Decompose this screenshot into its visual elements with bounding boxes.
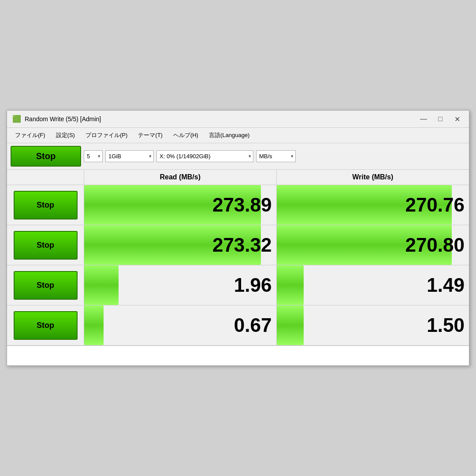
read-cell-3: 1.96 xyxy=(84,265,277,305)
maximize-button[interactable]: □ xyxy=(434,114,447,124)
menu-settings[interactable]: 設定(S) xyxy=(52,130,79,141)
read-value-4: 0.67 xyxy=(89,314,272,336)
unit-select-wrapper: MB/s GB/s xyxy=(256,150,296,162)
read-cell-1: 273.89 xyxy=(84,185,277,225)
stop-button-3[interactable]: Stop xyxy=(14,271,78,300)
table-header: Read (MB/s) Write (MB/s) xyxy=(7,170,469,185)
table-row: Stop 1.96 1.49 xyxy=(7,265,469,305)
minimize-button[interactable]: — xyxy=(417,114,430,124)
drive-select[interactable]: X: 0% (1/14902GiB) xyxy=(156,150,253,162)
count-select[interactable]: 5 1 3 10 xyxy=(84,150,103,162)
menu-profile[interactable]: プロファイル(P) xyxy=(81,130,132,141)
close-button[interactable]: ✕ xyxy=(450,114,464,124)
results-table: Read (MB/s) Write (MB/s) Stop 273.89 270… xyxy=(7,170,469,365)
write-value-4: 1.50 xyxy=(281,314,465,336)
read-cell-4: 0.67 xyxy=(84,305,277,345)
window-title: Random Write (5/5) [Admin] xyxy=(25,115,413,123)
count-select-wrapper: 5 1 3 10 xyxy=(84,150,103,162)
stop-button-1[interactable]: Stop xyxy=(14,191,78,219)
size-select[interactable]: 1GiB 512MiB 256MiB xyxy=(105,150,154,162)
write-cell-3: 1.49 xyxy=(277,265,469,305)
stop-cell-4: Stop xyxy=(7,305,84,345)
drive-select-wrapper: X: 0% (1/14902GiB) xyxy=(156,150,253,162)
write-cell-4: 1.50 xyxy=(277,305,469,345)
write-value-1: 270.76 xyxy=(281,194,465,216)
menu-theme[interactable]: テーマ(T) xyxy=(134,130,167,141)
title-bar: 🟩 Random Write (5/5) [Admin] — □ ✕ xyxy=(7,111,469,128)
read-cell-2: 273.32 xyxy=(84,225,277,265)
app-icon: 🟩 xyxy=(12,115,21,123)
read-value-3: 1.96 xyxy=(89,274,272,296)
stop-cell-2: Stop xyxy=(7,225,84,265)
size-select-wrapper: 1GiB 512MiB 256MiB xyxy=(105,150,154,162)
main-stop-button[interactable]: Stop xyxy=(11,146,81,167)
table-row: Stop 0.67 1.50 xyxy=(7,305,469,346)
write-value-2: 270.80 xyxy=(281,234,465,256)
footer-bar xyxy=(7,346,469,365)
menu-file[interactable]: ファイル(F) xyxy=(11,130,50,141)
menu-bar: ファイル(F) 設定(S) プロファイル(P) テーマ(T) ヘルプ(H) 言語… xyxy=(7,128,469,143)
write-value-3: 1.49 xyxy=(281,274,465,296)
toolbar: Stop 5 1 3 10 1GiB 512MiB 256MiB X: 0% (… xyxy=(7,143,469,170)
header-write: Write (MB/s) xyxy=(277,170,469,185)
table-row: Stop 273.32 270.80 xyxy=(7,225,469,265)
write-cell-2: 270.80 xyxy=(277,225,469,265)
window-controls: — □ ✕ xyxy=(417,114,464,124)
menu-help[interactable]: ヘルプ(H) xyxy=(169,130,203,141)
header-read: Read (MB/s) xyxy=(84,170,277,185)
menu-language[interactable]: 言語(Language) xyxy=(205,130,254,141)
header-empty xyxy=(7,170,84,185)
read-value-1: 273.89 xyxy=(89,194,272,216)
app-window: 🟩 Random Write (5/5) [Admin] — □ ✕ ファイル(… xyxy=(7,110,469,366)
table-row: Stop 273.89 270.76 xyxy=(7,185,469,225)
unit-select[interactable]: MB/s GB/s xyxy=(256,150,296,162)
stop-cell-1: Stop xyxy=(7,185,84,225)
stop-button-4[interactable]: Stop xyxy=(14,311,78,340)
stop-cell-3: Stop xyxy=(7,265,84,305)
write-cell-1: 270.76 xyxy=(277,185,469,225)
read-value-2: 273.32 xyxy=(89,234,272,256)
stop-button-2[interactable]: Stop xyxy=(14,231,78,260)
